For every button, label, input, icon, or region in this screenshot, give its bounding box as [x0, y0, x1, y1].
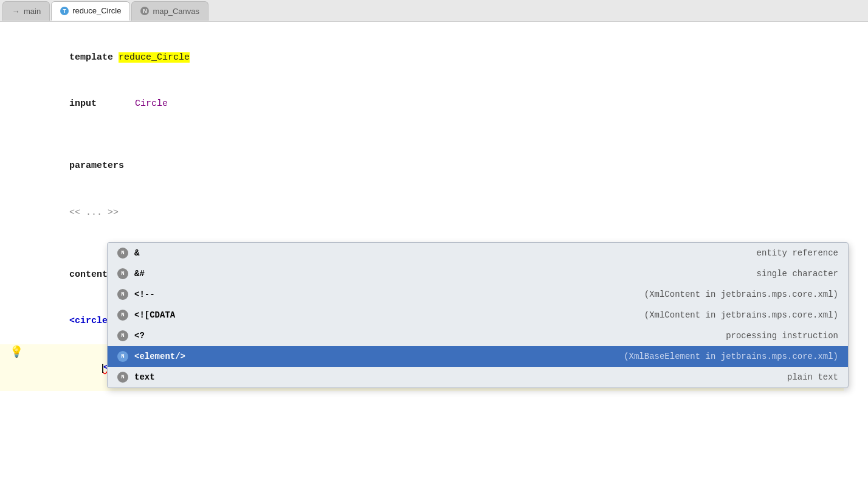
keyword-input: input — [69, 99, 119, 109]
tab-reduce-circle-label: reduce_Circle — [72, 6, 121, 15]
autocomplete-item-comment-label: <!-- — [134, 290, 256, 299]
tab-main[interactable]: → main — [2, 1, 50, 21]
autocomplete-dropdown: N & entity reference N &# single charact… — [107, 242, 849, 388]
keyword-parameters: parameters — [69, 161, 124, 171]
autocomplete-item-cdata[interactable]: N <![CDATA (XmlContent in jetbrains.mps.… — [108, 305, 848, 325]
lightbulb-icon[interactable]: 💡 — [10, 347, 23, 358]
autocomplete-item-comment-icon: N — [117, 289, 128, 300]
tab-map-canvas[interactable]: N map_Canvas — [131, 1, 208, 21]
autocomplete-item-text-desc: plain text — [256, 372, 838, 382]
autocomplete-item-pi[interactable]: N <? processing instruction — [108, 325, 848, 346]
editor-area: template reduce_Circle input Circle para… — [0, 22, 868, 483]
template-name: reduce_Circle — [119, 52, 190, 63]
tab-reduce-circle-icon: T — [60, 7, 69, 15]
autocomplete-item-ampnum[interactable]: N &# single character — [108, 263, 848, 284]
tab-bar: → main T reduce_Circle N map_Canvas — [0, 0, 868, 22]
keyword-template: template — [69, 52, 119, 63]
autocomplete-item-element-icon: N — [117, 351, 128, 362]
tab-reduce-circle[interactable]: T reduce_Circle — [51, 1, 130, 21]
indent-spaces — [80, 363, 102, 373]
autocomplete-item-pi-label: <? — [134, 331, 256, 341]
autocomplete-item-amp-icon: N — [117, 248, 128, 259]
autocomplete-item-element-label: <element/> — [134, 352, 256, 361]
tab-map-canvas-icon: N — [140, 7, 149, 15]
autocomplete-item-pi-desc: processing instruction — [256, 331, 838, 341]
tab-map-canvas-label: map_Canvas — [153, 7, 199, 16]
autocomplete-item-amp-desc: entity reference — [256, 248, 838, 258]
autocomplete-item-element[interactable]: N <element/> (XmlBaseElement in jetbrain… — [108, 346, 848, 367]
autocomplete-item-element-desc: (XmlBaseElement in jetbrains.mps.core.xm… — [256, 352, 838, 361]
tab-main-label: main — [24, 7, 41, 16]
editor-line-4: << ... >> — [36, 189, 844, 236]
tab-main-icon: → — [12, 7, 20, 15]
autocomplete-item-comment-desc: (XmlContent in jetbrains.mps.core.xml) — [256, 290, 838, 299]
autocomplete-item-cdata-label: <![CDATA — [134, 310, 256, 320]
autocomplete-item-amp-label: & — [134, 248, 256, 258]
autocomplete-item-cdata-desc: (XmlContent in jetbrains.mps.core.xml) — [256, 310, 838, 320]
autocomplete-item-comment[interactable]: N <!-- (XmlContent in jetbrains.mps.core… — [108, 284, 848, 305]
autocomplete-item-ampnum-desc: single character — [256, 269, 838, 279]
editor-line-1: template reduce_Circle — [36, 34, 844, 81]
autocomplete-item-cdata-icon: N — [117, 310, 128, 321]
autocomplete-item-pi-icon: N — [117, 330, 128, 341]
autocomplete-item-ampnum-icon: N — [117, 268, 128, 279]
autocomplete-item-text-label: text — [134, 372, 256, 382]
editor-line-3: parameters — [36, 143, 844, 190]
input-type: Circle — [119, 99, 168, 109]
autocomplete-item-text[interactable]: N text plain text — [108, 367, 848, 387]
editor-line-2: input Circle — [36, 81, 844, 128]
parameters-placeholder: << ... >> — [69, 207, 119, 218]
editor-line-empty-1 — [36, 127, 844, 143]
autocomplete-item-ampnum-label: &# — [134, 269, 256, 279]
autocomplete-item-amp[interactable]: N & entity reference — [108, 243, 848, 263]
autocomplete-item-text-icon: N — [117, 372, 128, 383]
